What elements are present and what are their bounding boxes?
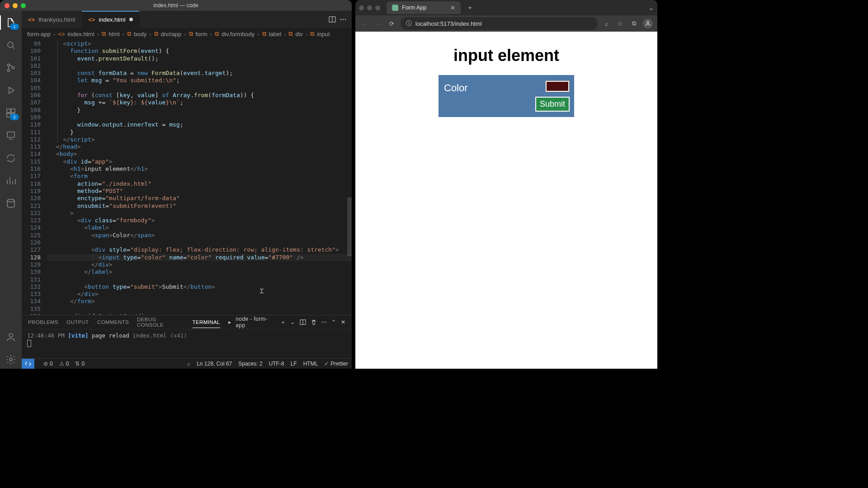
status-errors[interactable]: ⊘0 — [43, 361, 53, 367]
site-info-icon[interactable]: ⓘ — [406, 19, 412, 28]
panel-tab-comments[interactable]: COMMENTS — [97, 319, 129, 325]
browser-tab-title: Form App — [402, 5, 426, 11]
svg-point-14 — [343, 19, 344, 20]
svg-rect-4 — [7, 109, 10, 113]
new-tab-button[interactable]: ＋ — [464, 2, 475, 13]
extensions-puzzle-icon[interactable]: ⧉ — [629, 19, 638, 28]
html-file-icon: <> — [28, 16, 35, 23]
editor-tabs: <> thankyou.html <> index.html — [22, 11, 352, 28]
reload-icon[interactable]: ⟳ — [387, 19, 396, 28]
close-tab-icon[interactable]: ✕ — [450, 5, 455, 11]
traffic-lights — [5, 3, 26, 8]
settings-gear-icon[interactable] — [0, 351, 22, 369]
browser-viewport: input element Color Submit — [355, 32, 657, 369]
panel-tab-problems[interactable]: PROBLEMS — [28, 319, 58, 325]
run-debug-icon[interactable] — [0, 81, 22, 99]
extensions-badge: 2 — [10, 114, 19, 120]
line-gutter: 9910010110210310410510610710810911011111… — [22, 39, 47, 315]
breadcrumb[interactable]: form-app› <>index.html› ⧉html› ⧉body› ⧉d… — [22, 28, 352, 39]
account-icon[interactable] — [0, 328, 22, 346]
panel-tab-terminal[interactable]: TERMINAL — [193, 319, 220, 325]
svg-point-3 — [12, 67, 14, 69]
vscode-titlebar: index.html — code — [0, 0, 352, 11]
terminal-output[interactable]: 12:46:46 PM [vite] page reload index.htm… — [22, 329, 352, 358]
close-icon[interactable] — [5, 3, 9, 8]
status-spaces[interactable]: Spaces: 2 — [238, 361, 262, 367]
scrollbar-thumb[interactable] — [347, 197, 352, 256]
panel-tab-debug[interactable]: DEBUG CONSOLE — [137, 317, 184, 328]
split-editor-icon[interactable] — [328, 15, 336, 23]
status-find-icon[interactable]: ⌕ — [187, 361, 190, 367]
svg-point-11 — [9, 358, 12, 361]
svg-point-10 — [9, 333, 13, 337]
zoom-icon[interactable] — [21, 3, 26, 8]
profile-avatar-icon[interactable] — [643, 19, 653, 28]
status-eol[interactable]: LF — [291, 361, 297, 367]
minimize-icon[interactable] — [367, 5, 372, 10]
new-terminal-icon[interactable]: ＋ — [280, 319, 286, 326]
svg-point-17 — [647, 21, 649, 23]
svg-point-2 — [8, 70, 10, 72]
status-encoding[interactable]: UTF-8 — [269, 361, 284, 367]
explorer-icon[interactable]: 1 — [0, 14, 22, 32]
panel-tabs: PROBLEMS OUTPUT COMMENTS DEBUG CONSOLE T… — [22, 315, 352, 329]
search-icon[interactable] — [0, 36, 22, 54]
more-actions-icon[interactable] — [339, 15, 347, 23]
back-icon[interactable]: ← — [360, 19, 369, 28]
svg-point-9 — [7, 199, 14, 202]
maximize-panel-icon[interactable]: ⌃ — [331, 319, 336, 325]
tabs-dropdown-icon[interactable]: ⌄ — [649, 5, 654, 11]
svg-point-13 — [340, 19, 342, 20]
editor-tab[interactable]: <> thankyou.html — [22, 11, 82, 28]
status-cursor[interactable]: Ln 128, Col 67 — [197, 361, 232, 367]
svg-point-1 — [8, 64, 10, 66]
status-warnings[interactable]: ⚠0 — [59, 361, 69, 367]
terminal-launch-icon[interactable]: ▸ — [228, 319, 231, 325]
refresh-icon[interactable] — [0, 149, 22, 167]
remote-indicator-icon[interactable] — [22, 359, 34, 369]
editor-tab[interactable]: <> index.html — [82, 11, 139, 28]
svg-rect-8 — [7, 132, 14, 137]
extensions-icon[interactable]: 2 — [0, 104, 22, 122]
vscode-window: index.html — code 1 2 — [0, 0, 352, 369]
remote-explorer-icon[interactable] — [0, 127, 22, 145]
browser-tab[interactable]: ⬚ Form App ✕ — [387, 1, 461, 14]
window-title: index.html — code — [0, 2, 352, 9]
page-heading: input element — [453, 46, 559, 65]
svg-point-0 — [8, 42, 13, 47]
status-language[interactable]: HTML — [303, 361, 318, 367]
browser-toolbar: ← → ⟳ ⓘ localhost:5173/index.html ⌕ ☆ ⧉ — [355, 15, 657, 32]
bottom-panel: PROBLEMS OUTPUT COMMENTS DEBUG CONSOLE T… — [22, 315, 352, 358]
minimize-icon[interactable] — [13, 3, 18, 8]
status-formatter[interactable]: ✓Prettier — [324, 361, 348, 367]
explorer-badge: 1 — [10, 23, 19, 30]
modified-indicator-icon — [129, 18, 133, 21]
terminal-task-label[interactable]: node - form-app — [236, 316, 276, 328]
forward-icon[interactable]: → — [373, 19, 382, 28]
color-input[interactable] — [545, 80, 570, 92]
code-content[interactable]: │ <script> │ function submitForm(event) … — [47, 39, 352, 315]
close-icon[interactable] — [359, 5, 364, 10]
zoom-search-icon[interactable]: ⌕ — [602, 19, 611, 28]
source-control-icon[interactable] — [0, 59, 22, 77]
status-ports[interactable]: ⇅0 — [75, 361, 85, 367]
bookmark-icon[interactable]: ☆ — [616, 19, 625, 28]
svg-rect-7 — [11, 109, 15, 113]
kill-terminal-icon[interactable] — [311, 319, 317, 325]
graph-icon[interactable] — [0, 172, 22, 190]
address-bar[interactable]: ⓘ localhost:5173/index.html — [401, 17, 598, 30]
terminal-dropdown-icon[interactable]: ⌄ — [290, 319, 295, 325]
activity-bar: 1 2 — [0, 11, 22, 369]
split-terminal-icon[interactable] — [300, 319, 306, 325]
more-icon[interactable]: ⋯ — [321, 319, 327, 325]
submit-button[interactable]: Submit — [535, 97, 570, 112]
code-editor[interactable]: 9910010110210310410510610710810911011111… — [22, 39, 352, 315]
html-file-icon: <> — [88, 16, 95, 23]
zoom-icon[interactable] — [375, 5, 380, 10]
panel-tab-output[interactable]: OUTPUT — [66, 319, 89, 325]
favicon-icon: ⬚ — [392, 5, 398, 11]
svg-point-15 — [345, 19, 346, 20]
color-swatch — [547, 82, 568, 91]
database-icon[interactable] — [0, 194, 22, 212]
close-panel-icon[interactable]: ✕ — [341, 319, 345, 325]
